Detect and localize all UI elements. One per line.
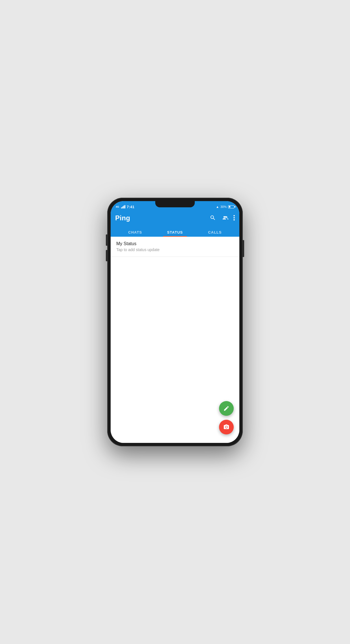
status-bar-left: 4G 7:41	[116, 205, 134, 209]
wifi-icon: ▲	[216, 205, 219, 208]
add-contact-icon[interactable]	[221, 215, 228, 222]
svg-point-2	[233, 219, 235, 221]
phone-screen: 4G 7:41 ▲ 30% Ping	[111, 201, 239, 443]
phone-frame: 4G 7:41 ▲ 30% Ping	[107, 198, 243, 446]
my-status-subtitle: Tap to add status update	[116, 247, 234, 252]
volume-up-button[interactable]	[106, 234, 107, 246]
battery-icon	[228, 205, 234, 208]
app-title: Ping	[115, 214, 130, 222]
camera-fab[interactable]	[219, 420, 234, 434]
search-icon[interactable]	[210, 215, 216, 222]
header-top: Ping	[115, 214, 235, 222]
tab-chats[interactable]: CHATS	[115, 228, 155, 237]
more-options-icon[interactable]	[233, 215, 235, 222]
header-icons	[210, 215, 235, 222]
status-bar-right: ▲ 30%	[216, 205, 234, 208]
volume-down-button[interactable]	[106, 250, 107, 261]
battery-percentage: 30%	[220, 205, 227, 208]
pencil-fab[interactable]	[219, 401, 234, 416]
status-time: 7:41	[127, 205, 134, 209]
my-status-title: My Status	[116, 241, 234, 246]
fab-container	[219, 401, 234, 434]
svg-point-0	[233, 215, 235, 216]
tab-status[interactable]: STATUS	[155, 228, 195, 237]
signal-icon	[121, 205, 125, 208]
power-button[interactable]	[243, 240, 244, 257]
svg-point-1	[233, 217, 235, 218]
app-header: Ping	[111, 211, 239, 237]
tab-calls[interactable]: CALLS	[195, 228, 235, 237]
content-area: My Status Tap to add status update	[111, 237, 239, 443]
network-type: 4G	[116, 205, 119, 208]
tabs-bar: CHATS STATUS CALLS	[115, 225, 235, 237]
my-status-section[interactable]: My Status Tap to add status update	[111, 237, 239, 257]
battery-fill	[229, 206, 230, 208]
notch	[155, 201, 195, 207]
